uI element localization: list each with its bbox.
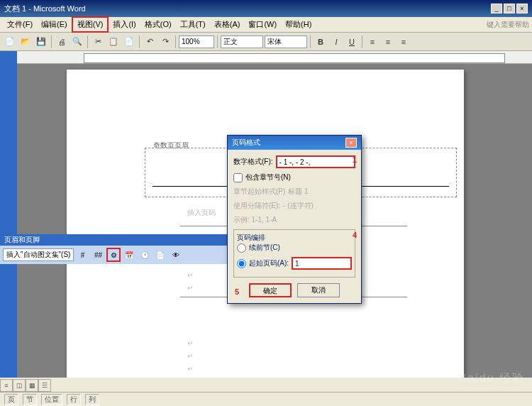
ok-button[interactable]: 确定 [249, 283, 292, 297]
redo-button[interactable]: ↷ [158, 35, 172, 49]
zoom-combo[interactable]: 100% [179, 35, 214, 48]
undo-button[interactable]: ↶ [143, 35, 157, 49]
window-titlebar: 文档 1 - Microsoft Word _ □ × [0, 0, 532, 17]
cancel-button[interactable]: 取消 [297, 283, 340, 297]
body-para: ↵ [187, 339, 193, 347]
status-column: 列 [85, 394, 99, 405]
menu-edit[interactable]: 编辑(E) [37, 18, 72, 31]
outline-view-button[interactable]: ☰ [38, 379, 51, 392]
font-combo[interactable]: 宋体 [265, 35, 307, 48]
open-button[interactable]: 📂 [18, 35, 33, 49]
print-button[interactable]: 🖨 [55, 35, 69, 49]
header-footer-toolbar[interactable]: 页眉和页脚 插入"自动图文集"(S) # ## ⚙ 📅 🕐 📄 👁 [0, 234, 241, 264]
status-page: 页 [4, 394, 18, 405]
align-center-button[interactable]: ≡ [381, 35, 395, 49]
body-para: ↵ [187, 284, 193, 292]
normal-view-button[interactable]: ≡ [0, 379, 13, 392]
dialog-title: 页码格式 [232, 138, 260, 148]
menu-insert[interactable]: 插入(I) [109, 18, 140, 31]
body-para: ↵ [187, 352, 193, 360]
page-number-format-dialog: 页码格式 × 1 数字格式(F): - 1 -, - 2 -, 包含章节号(N)… [227, 135, 362, 304]
status-bar: 页 节 位置 行 列 [0, 392, 532, 406]
preview-button[interactable]: 🔍 [70, 35, 84, 49]
print-view-button[interactable]: ▦ [26, 379, 38, 392]
watermark: Baidu 经验 [459, 371, 525, 386]
number-format-combo[interactable]: - 1 -, - 2 -, [276, 155, 355, 168]
start-at-radio[interactable] [237, 259, 246, 268]
body-para: ↵ [187, 271, 193, 279]
left-pane [0, 51, 17, 378]
separator-value: - (连字符) [283, 201, 314, 211]
group-title: 页码编排 [237, 233, 352, 243]
maximize-button[interactable]: □ [504, 4, 515, 13]
insert-pagenum-button[interactable]: # [75, 248, 89, 262]
insert-date-button[interactable]: 📅 [122, 248, 136, 262]
bold-button[interactable]: B [314, 35, 328, 49]
help-search[interactable]: 键入需要帮助 [487, 20, 529, 30]
chapter-style-label: 章节起始样式(P) [233, 187, 285, 197]
style-combo[interactable]: 正文 [221, 35, 263, 48]
body-para: ↵ [187, 365, 193, 373]
include-chapter-checkbox[interactable] [233, 173, 243, 182]
underline-button[interactable]: U [345, 35, 359, 49]
close-button[interactable]: × [516, 4, 528, 13]
hf-toolbar-title: 页眉和页脚 [0, 234, 241, 246]
dialog-titlebar[interactable]: 页码格式 × [228, 136, 361, 150]
menu-tools[interactable]: 工具(T) [176, 18, 210, 31]
start-at-input[interactable]: 1 [292, 257, 352, 270]
standard-toolbar: 📄 📂 💾 🖨 🔍 ✂ 📋 📄 ↶ ↷ 100% 正文 宋体 B I U ≡ ≡… [0, 33, 532, 51]
copy-button[interactable]: 📋 [106, 35, 121, 49]
example-label: 示例: 1-1, 1-A [233, 215, 277, 225]
save-button[interactable]: 💾 [34, 35, 48, 49]
menu-view[interactable]: 视图(V) [72, 16, 109, 33]
horizontal-ruler[interactable] [17, 51, 532, 64]
minimize-button[interactable]: _ [491, 4, 502, 13]
format-label: 数字格式(F): [233, 157, 273, 167]
menu-file[interactable]: 文件(F) [3, 18, 37, 31]
paste-button[interactable]: 📄 [122, 35, 136, 49]
callout-4: 4 [353, 231, 357, 239]
align-left-button[interactable]: ≡ [365, 35, 379, 49]
insert-pages-button[interactable]: ## [91, 248, 105, 262]
view-buttons: ≡ ◫ ▦ ☰ [0, 379, 51, 392]
insert-time-button[interactable]: 🕐 [138, 248, 152, 262]
callout-5: 5 [235, 287, 239, 296]
autotext-combo[interactable]: 插入"自动图文集"(S) [3, 248, 74, 261]
continue-label: 续前节(C) [249, 243, 280, 253]
page-setup-button[interactable]: 📄 [153, 248, 167, 262]
format-pagenum-button[interactable]: ⚙ [106, 248, 121, 262]
menu-table[interactable]: 表格(A) [210, 18, 245, 31]
title-text: 文档 1 - Microsoft Word [4, 4, 86, 14]
web-view-button[interactable]: ◫ [13, 379, 26, 392]
callout-1: 1 [353, 155, 357, 164]
italic-button[interactable]: I [329, 35, 343, 49]
new-doc-button[interactable]: 📄 [3, 35, 17, 49]
page-numbering-group: 页码编排 4 续前节(C) 起始页码(A): 1 [233, 229, 355, 278]
align-right-button[interactable]: ≡ [397, 35, 411, 49]
menu-window[interactable]: 窗口(W) [244, 18, 281, 31]
continue-radio[interactable] [237, 243, 246, 253]
include-chapter-label: 包含章节号(N) [245, 172, 291, 182]
show-hide-text-button[interactable]: 👁 [169, 248, 183, 262]
status-section: 节 [23, 394, 37, 405]
menu-help[interactable]: 帮助(H) [281, 18, 316, 31]
cut-button[interactable]: ✂ [91, 35, 105, 49]
body-label: 插入页码 [187, 208, 216, 218]
separator-label: 使用分隔符(E): [233, 201, 280, 211]
menu-format[interactable]: 格式(O) [140, 18, 176, 31]
status-position: 位置 [41, 394, 62, 405]
menu-bar: 文件(F) 编辑(E) 视图(V) 插入(I) 格式(O) 工具(T) 表格(A… [0, 17, 532, 33]
dialog-close-button[interactable]: × [345, 138, 357, 148]
start-at-label: 起始页码(A): [249, 258, 289, 268]
status-line: 行 [67, 394, 81, 405]
chapter-style-value: 标题 1 [288, 187, 308, 197]
